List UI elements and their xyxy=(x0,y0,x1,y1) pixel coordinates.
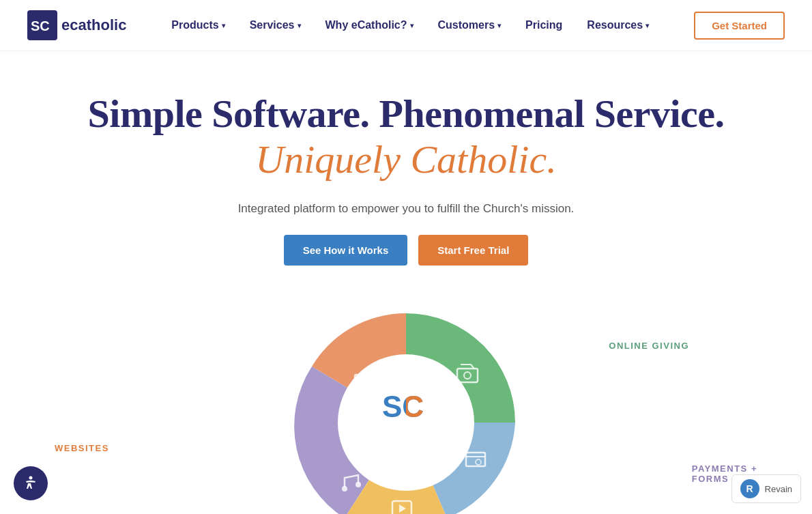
chevron-down-icon: ▾ xyxy=(646,22,649,29)
svg-point-18 xyxy=(29,476,33,480)
hero-section: Simple Software. Phenomenal Service. Uni… xyxy=(0,51,812,306)
nav-item-customers[interactable]: Customers ▾ xyxy=(429,14,511,37)
nav-item-resources[interactable]: Resources ▾ xyxy=(577,14,658,37)
nav-link-why[interactable]: Why eCatholic? ▾ xyxy=(316,14,423,37)
chevron-down-icon: ▾ xyxy=(497,22,501,29)
nav-link-services[interactable]: Services ▾ xyxy=(240,14,310,37)
chevron-down-icon: ▾ xyxy=(298,22,301,29)
hero-title-line2: Uniquely Catholic. xyxy=(27,136,785,184)
donut-svg: SC SC xyxy=(276,293,536,514)
nav-item-services[interactable]: Services ▾ xyxy=(240,14,310,37)
nav-links: Products ▾ Services ▾ Why eCatholic? ▾ C… xyxy=(162,14,658,37)
nav-link-resources[interactable]: Resources ▾ xyxy=(577,14,658,37)
hero-title-line1: Simple Software. Phenomenal Service. xyxy=(27,92,785,136)
hero-buttons: See How it Works Start Free Trial xyxy=(27,235,785,266)
label-websites: WEBSITES xyxy=(55,443,109,453)
nav-link-products[interactable]: Products ▾ xyxy=(162,14,234,37)
nav-item-why[interactable]: Why eCatholic? ▾ xyxy=(316,14,423,37)
see-how-it-works-button[interactable]: See How it Works xyxy=(284,235,408,266)
svg-point-11 xyxy=(356,482,361,487)
revain-label: Revain xyxy=(765,484,792,494)
label-online-giving: ONLINE GIVING xyxy=(609,341,689,351)
svg-text:SC: SC xyxy=(31,18,50,33)
logo-icon: SC xyxy=(27,10,57,40)
nav-link-customers[interactable]: Customers ▾ xyxy=(429,14,511,37)
get-started-button[interactable]: Get Started xyxy=(694,12,785,40)
nav-item-products[interactable]: Products ▾ xyxy=(162,14,234,37)
start-free-trial-button[interactable]: Start Free Trial xyxy=(418,235,528,266)
chevron-down-icon: ▾ xyxy=(222,22,225,29)
chevron-down-icon: ▾ xyxy=(410,22,414,29)
main-nav: SC ecatholic Products ▾ Services ▾ Why e… xyxy=(0,0,812,51)
logo-link[interactable]: SC ecatholic xyxy=(27,10,126,40)
revain-widget[interactable]: R Revain xyxy=(731,474,801,503)
nav-item-pricing[interactable]: Pricing xyxy=(516,14,572,37)
chart-section: WEBSITES ONLINE GIVING PAYMENTS +FORMS xyxy=(0,306,812,514)
nav-link-pricing[interactable]: Pricing xyxy=(516,14,572,37)
revain-icon: R xyxy=(740,479,759,498)
accessibility-icon xyxy=(23,475,39,491)
hero-subtitle: Integrated platform to empower you to fu… xyxy=(27,202,785,216)
accessibility-button[interactable] xyxy=(14,466,48,500)
svg-point-10 xyxy=(342,486,347,491)
donut-chart: SC SC xyxy=(276,293,536,514)
logo-text: ecatholic xyxy=(61,16,126,34)
